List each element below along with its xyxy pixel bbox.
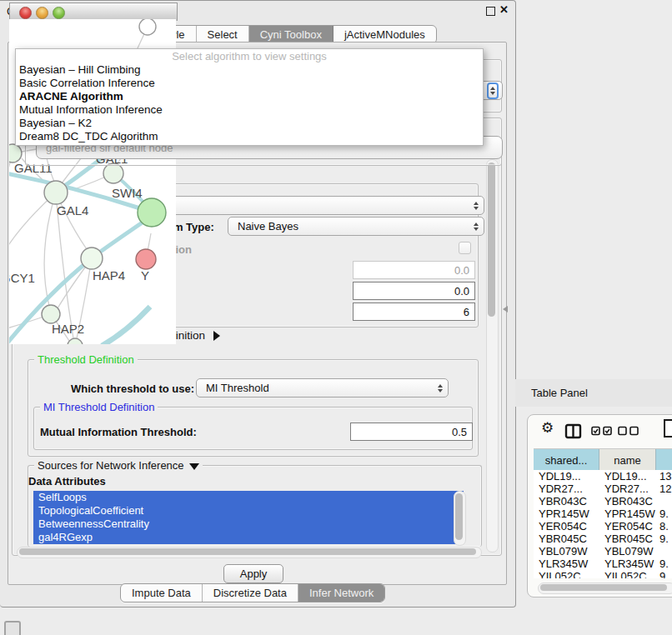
data-attributes-label: Data Attributes [28,475,106,488]
settings-scrollbar-thumb[interactable] [488,162,495,317]
table-cell: YDL19... [599,470,656,482]
table-cell: YLR345W [534,558,599,570]
network-node[interactable] [103,163,123,183]
tab-select[interactable]: Select [197,26,249,43]
tab-cyni-toolbox[interactable]: Cyni Toolbox [249,26,333,43]
splitter-handle[interactable] [503,306,508,312]
kernel-width-field[interactable]: 0.0 [353,261,475,279]
mi-threshold-title: MI Threshold Definition [40,401,158,413]
tab-label: Cyni Toolbox [260,28,322,41]
tab-discretize-data[interactable]: Discretize Data [203,584,298,602]
table-row[interactable]: YDR27...YDR27...12 [534,482,672,495]
table-cell: YPR145W [534,508,599,520]
tab-label: Infer Network [309,587,374,599]
data-attribute-item[interactable]: TopologicalCoefficient [33,504,464,518]
threshold-definition-title: Threshold Definition [34,353,138,366]
dpi-tolerance-value: 0.0 [454,285,469,298]
mi-type-value: Naive Bayes [238,220,298,232]
tab-impute-data[interactable]: Impute Data [121,584,203,602]
network-node[interactable] [42,305,60,323]
split-pane-icon[interactable] [564,422,582,440]
table-column-header[interactable]: name [599,449,656,471]
table-cell [656,495,672,508]
data-attribute-item[interactable]: SelfLoops [33,491,464,504]
tab-infer-network[interactable]: Infer Network [298,584,384,602]
sources-title[interactable]: Sources for Network Inference [34,459,203,472]
settings-scrollbar-track[interactable] [486,159,499,552]
table-panel-header: Table Panel [515,379,672,407]
tab-label: Discretize Data [213,587,287,599]
table-row[interactable]: YER054CYER054C8. [534,520,672,532]
select-all-icon[interactable] [591,426,613,436]
table-hscrollbar-thumb[interactable] [540,584,667,591]
algorithm-option[interactable]: Dream8 DC_TDC Algorithm [16,130,483,143]
data-attributes-list[interactable]: SelfLoopsTopologicalCoefficientBetweenne… [33,491,464,544]
attr-list-scrollbar-track[interactable] [454,491,466,546]
table-row[interactable]: YIL052CYIL052C9. [534,570,672,578]
table-body: YDL19...YDL19...13YDR27...YDR27...12YBR0… [534,470,672,578]
minimize-window-icon[interactable] [36,7,48,19]
table-cell: 9. [656,508,672,520]
mi-type-combo[interactable]: Naive Bayes [228,217,484,236]
table-cell: YIL052C [534,570,599,578]
mi-steps-field[interactable]: 6 [353,302,475,321]
table-row[interactable]: YBL079WYBL079W [534,545,672,558]
table-cell: 9. [656,532,672,545]
tab-label: jActiveMNodules [344,28,425,41]
network-node[interactable] [9,144,22,162]
table-column-header[interactable] [656,449,672,471]
network-window-titlebar[interactable] [9,2,178,21]
table-cell: YER054C [534,520,599,532]
zoom-window-icon[interactable] [53,7,65,19]
dpi-tolerance-field[interactable]: 0.0 [353,282,475,300]
panel-corner-icon[interactable] [4,621,21,635]
network-node-label: SWI4 [112,186,143,200]
tab-label: Impute Data [132,587,191,599]
table-cell: YDR27... [599,482,656,495]
apply-button[interactable]: Apply [223,564,283,583]
algorithm-option[interactable]: Bayesian – Hill Climbing [16,63,483,77]
dropdown-prompt: Select algorithm to view settings [16,49,483,63]
network-node[interactable] [68,338,83,344]
data-attribute-item[interactable]: BetweennessCentrality [33,518,464,531]
data-attribute-item[interactable]: gal4RGexp [33,531,464,544]
bottom-tab-bar: Impute Data Discretize Data Infer Networ… [120,583,385,602]
table-cell: 8. [656,520,672,532]
algorithm-option[interactable]: Bayesian – K2 [16,117,483,130]
tab-jactivemnodules[interactable]: jActiveMNodules [333,26,436,43]
algorithm-option[interactable]: ARACNE Algorithm [16,90,483,103]
table-row[interactable]: YPR145WYPR145W9. [534,508,672,520]
table-cell: YER054C [599,520,656,532]
table-row[interactable]: YLR345WYLR345W9. [534,558,672,570]
deselect-all-icon[interactable] [618,426,639,436]
network-node[interactable] [138,198,166,227]
table-cell: YBR043C [534,495,599,508]
table-row[interactable]: YBR043CYBR043C [534,495,672,508]
network-node[interactable] [136,249,156,269]
network-node[interactable] [44,181,68,204]
settings-hscrollbar-track[interactable] [17,547,482,558]
network-node-label: GAL4 [57,203,88,218]
network-edge-highlighted[interactable] [102,307,150,344]
gear-icon[interactable]: ⚙ [541,419,554,437]
table-row[interactable]: YBR045CYBR045C9. [534,532,672,545]
settings-hscrollbar-thumb[interactable] [19,548,476,555]
float-window-icon[interactable] [486,7,495,16]
sources-title-text: Sources for Network Inference [38,459,184,472]
table-row[interactable]: YDL19...YDL19...13 [534,470,672,482]
network-node[interactable] [139,19,156,35]
document-icon[interactable] [663,418,672,438]
manual-kernel-checkbox[interactable] [459,242,471,254]
table-hscrollbar-track[interactable] [538,582,672,594]
close-window-icon[interactable] [19,7,32,19]
network-node[interactable] [81,248,103,269]
apply-button-label: Apply [240,568,268,580]
table-column-header[interactable]: shared... [534,449,599,471]
table-cell: YPR145W [599,508,656,520]
mi-threshold-field[interactable]: 0.5 [350,422,473,441]
algorithm-option[interactable]: Basic Correlation Inference [16,77,483,90]
which-threshold-combo[interactable]: MI Threshold [196,378,449,398]
algorithm-option[interactable]: Mutual Information Inference [16,103,483,117]
attr-list-scrollbar-thumb[interactable] [455,493,463,540]
close-icon[interactable]: ✕ [499,3,509,16]
